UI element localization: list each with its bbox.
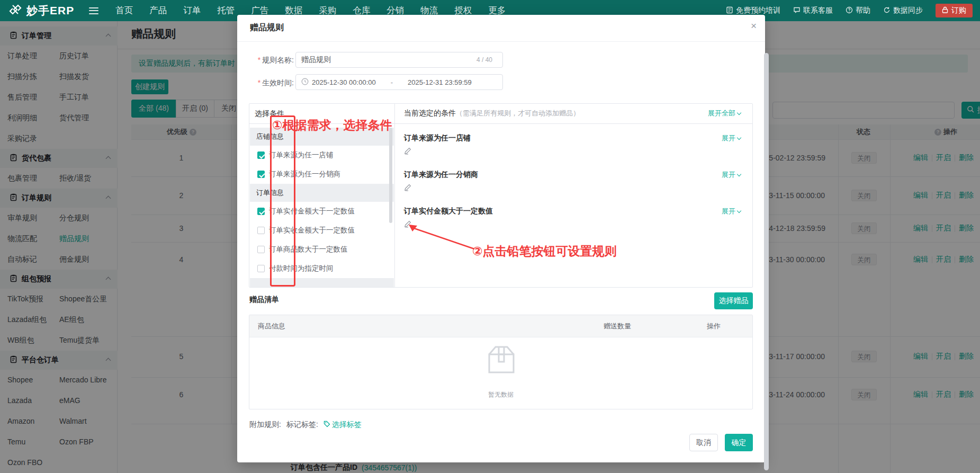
close-icon[interactable]: × [751, 20, 757, 32]
extra-rule-row: 附加规则: 标记标签: 选择标签 [249, 420, 362, 430]
confirm-button[interactable]: 确定 [725, 434, 753, 451]
topbar-util-4[interactable]: 数据同步 [883, 6, 923, 15]
selected-condition-title: 订单来源为任一店铺 [404, 133, 471, 143]
select-gift-button[interactable]: 选择赠品 [714, 292, 753, 309]
rule-name-input[interactable] [295, 52, 503, 68]
modal-header-divider [237, 41, 765, 42]
brand-name: 妙手ERP [26, 3, 74, 18]
rule-name-label: *规则名称: [237, 56, 294, 65]
mark-tag-label: 标记标签: [286, 420, 318, 430]
topbar-menu-item[interactable]: 订单 [183, 5, 201, 16]
topbar-util-2[interactable]: 联系客服 [793, 6, 833, 15]
topbar-menu-item[interactable]: 产品 [149, 5, 167, 16]
topbar-util-3[interactable]: 帮助 [846, 6, 870, 15]
gift-table-header [249, 315, 752, 337]
empty-box-icon [483, 343, 520, 379]
gift-col-actions: 操作 [707, 315, 721, 337]
time-range-picker[interactable]: 2025-12-30 00:00:00 - 2025-12-31 23:59:5… [295, 74, 503, 90]
gift-list-title: 赠品清单 [249, 295, 279, 305]
expand-link[interactable]: 展开 [722, 207, 741, 216]
selected-condition-title: 订单实付金额大于一定数值 [404, 207, 493, 216]
topbar-menu-item[interactable]: 首页 [115, 5, 133, 16]
panel-divider [394, 104, 395, 287]
modal-scrollbar[interactable] [764, 53, 769, 470]
annotation-rectangle [270, 115, 295, 287]
checkbox-icon[interactable] [257, 227, 265, 234]
annotation-arrow [406, 221, 480, 252]
expand-link[interactable]: 展开 [722, 170, 741, 180]
edit-pencil-icon[interactable] [404, 146, 413, 156]
tag-icon [323, 421, 330, 429]
edit-pencil-icon[interactable] [404, 183, 413, 192]
time-separator: - [391, 78, 393, 86]
annotation-step1: ①根据需求，选择条件 [272, 117, 392, 133]
selected-condition-header: 当前选定的条件 （需满足所有规则，才可自动添加赠品） 展开全部 [404, 109, 741, 118]
chevron-down-icon [737, 135, 741, 139]
time-end[interactable]: 2025-12-31 23:59:59 [408, 78, 472, 86]
empty-text: 暂无数据 [249, 390, 752, 399]
topbar-menu-item[interactable]: 托管 [217, 5, 235, 16]
lock-icon [942, 6, 948, 15]
chevron-down-icon [737, 208, 741, 212]
chevron-down-icon [737, 110, 741, 114]
cancel-button[interactable]: 取消 [689, 434, 718, 451]
hamburger-menu-icon[interactable] [89, 7, 98, 14]
order-button[interactable]: 订购 [936, 4, 973, 17]
gift-table: 商品信息 赠送数量 操作 暂无数据 [249, 315, 753, 409]
topbar-util-1[interactable]: 免费预约培训 [726, 6, 780, 15]
extra-rule-label: 附加规则: [249, 420, 281, 430]
brand-logo-icon [8, 3, 22, 19]
expand-link[interactable]: 展开 [722, 133, 741, 143]
expand-all-link[interactable]: 展开全部 [708, 109, 741, 118]
training-icon [726, 6, 733, 15]
condition-list-scrollbar[interactable] [389, 128, 392, 223]
clock-icon [301, 78, 309, 87]
chevron-down-icon [737, 172, 741, 176]
time-start[interactable]: 2025-12-30 00:00:00 [312, 78, 376, 86]
sync-icon [883, 6, 891, 15]
gift-rule-modal: 赠品规则 × *规则名称: 4 / 40 *生效时间: 2025-12-30 0… [237, 15, 765, 462]
modal-title: 赠品规则 [250, 22, 284, 33]
checkbox-icon[interactable] [257, 265, 265, 272]
selected-condition-title: 订单来源为任一分销商 [404, 170, 478, 180]
brand[interactable]: 妙手ERP [0, 3, 74, 19]
checkbox-icon[interactable] [257, 151, 265, 159]
checkbox-icon[interactable] [257, 171, 265, 178]
char-counter: 4 / 40 [476, 56, 492, 64]
support-icon [793, 6, 801, 15]
annotation-step2: ②点击铅笔按钮可设置规则 [472, 243, 616, 260]
checkbox-icon[interactable] [257, 246, 265, 253]
select-tag-link[interactable]: 选择标签 [323, 420, 362, 430]
gift-col-product: 商品信息 [258, 315, 285, 337]
gift-col-quantity: 赠送数量 [604, 315, 631, 337]
checkbox-icon[interactable] [257, 208, 265, 215]
help-icon [846, 6, 853, 15]
effective-time-label: *生效时间: [237, 78, 294, 88]
